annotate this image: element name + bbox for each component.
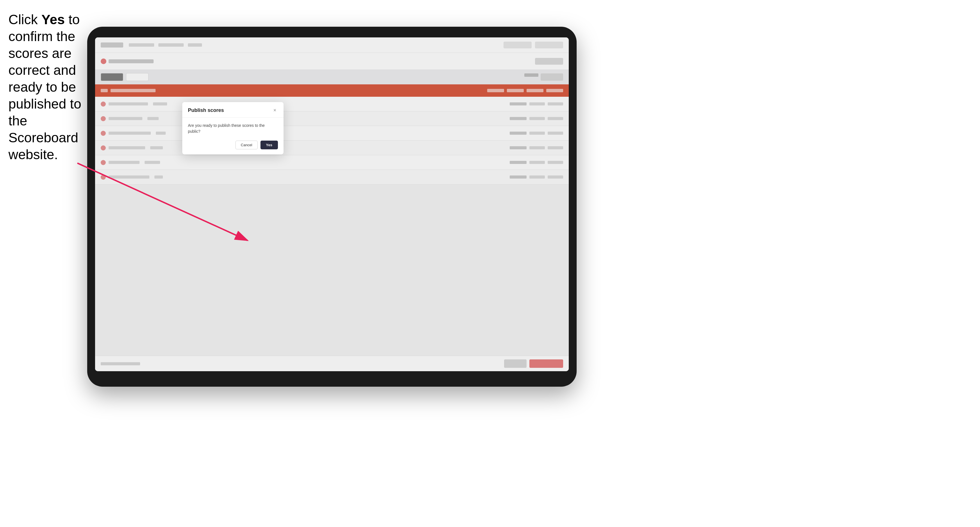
instruction-bold: Yes — [41, 12, 65, 27]
modal-title: Publish scores — [188, 108, 224, 113]
modal-message: Are you ready to publish these scores to… — [188, 122, 278, 135]
modal-overlay: Publish scores × Are you ready to publis… — [95, 37, 569, 371]
instruction-text: Click Yes to confirm the scores are corr… — [8, 11, 90, 163]
modal-header: Publish scores × — [182, 102, 283, 117]
modal-footer: Cancel Yes — [182, 141, 283, 154]
modal-close-button[interactable]: × — [272, 107, 278, 113]
yes-button[interactable]: Yes — [261, 141, 278, 149]
cancel-button[interactable]: Cancel — [235, 141, 258, 149]
publish-scores-dialog: Publish scores × Are you ready to publis… — [182, 102, 283, 154]
modal-body: Are you ready to publish these scores to… — [182, 117, 283, 141]
tablet-device: Publish scores × Are you ready to publis… — [87, 27, 577, 387]
tablet-screen: Publish scores × Are you ready to publis… — [95, 37, 569, 371]
